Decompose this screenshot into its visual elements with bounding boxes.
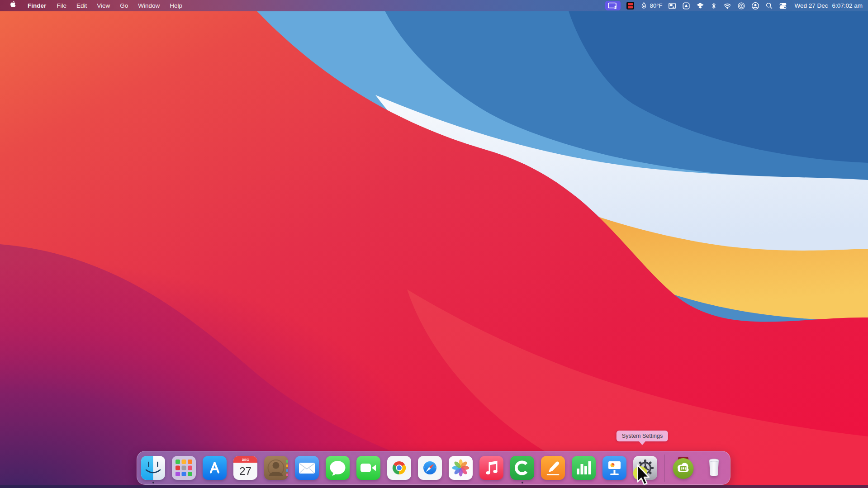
menubar-left: FinderFileEditViewGoWindowHelp (0, 0, 187, 11)
chrome-icon (387, 456, 411, 480)
menu-help[interactable]: Help (165, 0, 187, 11)
menu-view[interactable]: View (92, 0, 115, 11)
keynote-icon (602, 456, 626, 480)
trash-icon (702, 456, 726, 480)
dock-item-contacts[interactable] (264, 456, 288, 480)
dock-item-app-store[interactable] (203, 456, 227, 480)
dock-item-safari[interactable] (418, 456, 442, 480)
dock-item-trash[interactable] (702, 456, 726, 480)
menubar-status: 80°F Wed 27 Dec 6:07:02 am (605, 0, 868, 11)
screen-share-icon (608, 2, 618, 9)
triangle-app-icon (682, 2, 690, 10)
music-icon (479, 456, 503, 480)
search-icon (765, 2, 773, 9)
finder-icon (141, 456, 165, 480)
menu-window[interactable]: Window (133, 0, 165, 11)
user-account-icon (751, 2, 759, 10)
menubar: FinderFileEditViewGoWindowHelp 80°F Wed … (0, 0, 868, 11)
calendar-icon: DEC27 (233, 456, 257, 480)
wallpaper (0, 0, 868, 488)
dock-item-pages[interactable] (541, 456, 565, 480)
triangle-app-item[interactable] (682, 0, 690, 11)
apple-menu[interactable] (4, 0, 22, 11)
cloud-recorder-icon (671, 456, 695, 480)
facetime-icon (356, 456, 380, 480)
photos-icon (449, 456, 473, 480)
dock-item-cloud-recorder[interactable] (671, 456, 695, 480)
dock-item-numbers[interactable] (572, 456, 596, 480)
dock-item-launchpad[interactable] (172, 456, 196, 480)
dock-tooltip: System Settings (617, 431, 668, 441)
svg-text:27: 27 (239, 465, 251, 477)
camtasia-icon (510, 456, 534, 480)
weather-item-label: 80°F (650, 2, 663, 9)
dock-item-chrome[interactable] (387, 456, 411, 480)
launchpad-icon (172, 456, 196, 480)
dock-item-keynote[interactable] (602, 456, 626, 480)
mouse-cursor (636, 464, 650, 486)
dock-item-photos[interactable] (449, 456, 473, 480)
desktop: FinderFileEditViewGoWindowHelp 80°F Wed … (0, 0, 868, 488)
app-menu-finder[interactable]: Finder (22, 0, 52, 11)
menu-edit[interactable]: Edit (71, 0, 92, 11)
svg-text:DEC: DEC (242, 458, 249, 462)
dock-item-messages[interactable] (326, 456, 350, 480)
dock-item-finder[interactable] (141, 456, 165, 480)
dock-item-music[interactable] (479, 456, 503, 480)
mail-icon (295, 456, 319, 480)
menu-go[interactable]: Go (115, 0, 133, 11)
numbers-icon (572, 456, 596, 480)
bottom-shade (0, 485, 868, 488)
user-account-item[interactable] (751, 0, 759, 11)
dropbox-icon (696, 2, 704, 10)
dock-item-facetime[interactable] (356, 456, 380, 480)
screen-share-indicator[interactable] (605, 1, 621, 10)
window-arrange-item[interactable] (668, 0, 676, 11)
hotspot-icon (737, 2, 745, 10)
dropbox-item[interactable] (696, 0, 704, 11)
screen-record-indicator[interactable] (626, 0, 634, 11)
bluetooth-item[interactable] (710, 0, 717, 11)
wifi-icon (723, 2, 731, 10)
dock-divider (664, 455, 664, 482)
window-arrange-icon (668, 2, 676, 10)
weather-item[interactable]: 80°F (640, 0, 663, 11)
spotlight-item[interactable] (765, 0, 773, 11)
menubar-time: 6:07:02 am (832, 2, 863, 9)
bluetooth-icon (710, 2, 717, 9)
control-center-item[interactable] (779, 0, 787, 11)
menu-file[interactable]: File (52, 0, 71, 11)
contacts-icon (264, 456, 288, 480)
messages-icon (326, 456, 350, 480)
flame-icon (640, 2, 648, 9)
apple-logo-icon (10, 0, 16, 11)
hotspot-item[interactable] (737, 0, 745, 11)
dock-item-mail[interactable] (295, 456, 319, 480)
menubar-date: Wed 27 Dec (794, 2, 828, 9)
pages-icon (541, 456, 565, 480)
running-indicator (152, 482, 154, 483)
app-store-icon (203, 456, 227, 480)
record-film-icon (626, 2, 634, 9)
dock-tooltip-label: System Settings (622, 433, 663, 439)
control-center-icon (779, 2, 787, 10)
menubar-clock[interactable]: Wed 27 Dec 6:07:02 am (794, 2, 863, 9)
dock-item-camtasia[interactable] (510, 456, 534, 480)
dock-item-calendar[interactable]: DEC27 (233, 456, 257, 480)
safari-icon (418, 456, 442, 480)
running-indicator (522, 482, 523, 483)
wifi-item[interactable] (723, 0, 731, 11)
